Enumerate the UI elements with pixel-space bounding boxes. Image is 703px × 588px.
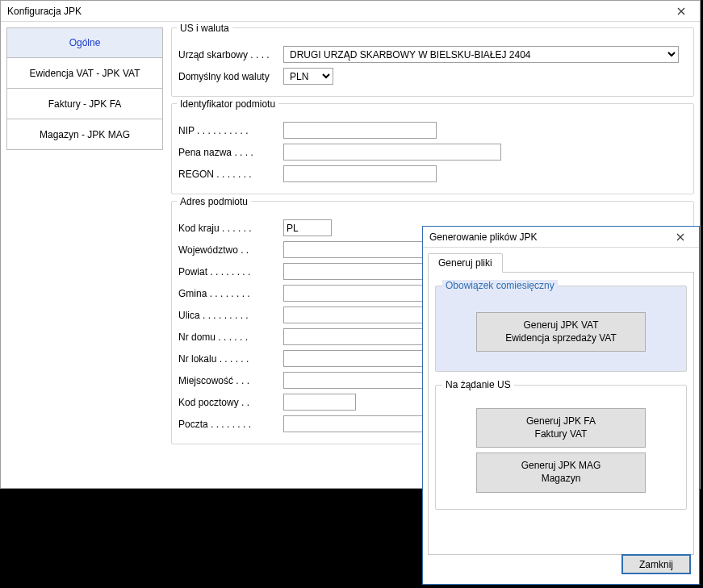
regon-label: REGON . . . . . . . bbox=[178, 169, 283, 180]
nip-input[interactable] bbox=[283, 122, 437, 139]
poczta-label: Poczta . . . . . . . . bbox=[178, 419, 283, 430]
modal-footer: Zamknij bbox=[621, 554, 691, 574]
group-identyfikator: Identyfikator podmiotu NIP . . . . . . .… bbox=[171, 103, 694, 194]
sidebar-item-label: Magazyn - JPK MAG bbox=[40, 129, 130, 140]
modal-title: Generowanie plików JPK bbox=[429, 231, 537, 243]
powiat-input[interactable] bbox=[283, 263, 443, 280]
tab-label: Generuj pliki bbox=[438, 257, 492, 269]
nazwa-input[interactable] bbox=[283, 144, 501, 161]
nrlokalu-label: Nr lokalu . . . . . . bbox=[178, 353, 283, 365]
sidebar-item-label: Faktury - JPK FA bbox=[48, 98, 122, 110]
woj-label: Województwo . . bbox=[178, 244, 283, 256]
ulica-input[interactable] bbox=[283, 307, 443, 323]
nrlokalu-input[interactable] bbox=[283, 350, 443, 367]
group-ondemand: Na żądanie US Generuj JPK FA Faktury VAT… bbox=[435, 385, 687, 509]
kod-input[interactable] bbox=[283, 394, 356, 411]
kraj-label: Kod kraju . . . . . . bbox=[178, 223, 283, 234]
group-legend: Identyfikator podmiotu bbox=[177, 98, 278, 110]
sidebar-item-ewidencja-vat[interactable]: Ewidencja VAT - JPK VAT bbox=[6, 58, 163, 89]
titlebar: Konfiguracja JPK bbox=[1, 1, 700, 22]
woj-input[interactable] bbox=[283, 241, 443, 258]
modal-body: Generuj pliki Obowiązek comiesięczny Gen… bbox=[423, 248, 699, 560]
button-label: Generuj JPK VAT Ewidencja sprzedaży VAT bbox=[505, 319, 617, 344]
button-label: Generuj JPK MAG Magazyn bbox=[521, 460, 601, 484]
zamknij-button[interactable]: Zamknij bbox=[621, 554, 691, 574]
sidebar-item-ogolne[interactable]: Ogólne bbox=[6, 27, 163, 58]
group-legend: Obowiązek comiesięczny bbox=[442, 280, 558, 291]
nrdomu-label: Nr domu . . . . . . bbox=[178, 332, 283, 343]
nazwa-label: Pena nazwa . . . . bbox=[178, 147, 283, 158]
waluta-select[interactable]: PLN bbox=[283, 68, 333, 85]
ulica-label: Ulica . . . . . . . . . bbox=[178, 310, 283, 321]
tab-strip: Generuj pliki bbox=[428, 252, 694, 273]
window-title: Konfiguracja JPK bbox=[7, 6, 82, 17]
modal-titlebar: Generowanie plików JPK bbox=[423, 227, 699, 248]
tab-content: Obowiązek comiesięczny Generuj JPK VAT E… bbox=[428, 273, 694, 555]
miejsc-input[interactable] bbox=[283, 372, 443, 389]
button-label: Generuj JPK FA Faktury VAT bbox=[526, 415, 596, 440]
miejsc-label: Miejscowość . . . bbox=[178, 375, 283, 386]
powiat-label: Powiat . . . . . . . . bbox=[178, 266, 283, 277]
modal-window: Generowanie plików JPK Generuj pliki Obo… bbox=[422, 226, 700, 585]
button-label: Zamknij bbox=[639, 559, 673, 570]
waluta-label: Domyślny kod waluty bbox=[178, 71, 283, 82]
generate-jpk-fa-button[interactable]: Generuj JPK FA Faktury VAT bbox=[476, 408, 646, 448]
sidebar: Ogólne Ewidencja VAT - JPK VAT Faktury -… bbox=[6, 27, 163, 150]
urzad-skarbowy-select[interactable]: DRUGI URZĄD SKARBOWY W BIELSKU-BIAŁEJ 24… bbox=[283, 46, 679, 63]
gmina-input[interactable] bbox=[283, 285, 443, 302]
sidebar-item-magazyn[interactable]: Magazyn - JPK MAG bbox=[6, 119, 163, 150]
sidebar-item-faktury[interactable]: Faktury - JPK FA bbox=[6, 89, 163, 119]
generate-jpk-mag-button[interactable]: Generuj JPK MAG Magazyn bbox=[476, 452, 646, 492]
group-monthly: Obowiązek comiesięczny Generuj JPK VAT E… bbox=[435, 286, 687, 372]
sidebar-item-label: Ewidencja VAT - JPK VAT bbox=[30, 68, 140, 79]
tab-generuj-pliki[interactable]: Generuj pliki bbox=[428, 253, 503, 273]
group-legend: Na żądanie US bbox=[442, 379, 514, 390]
nip-label: NIP . . . . . . . . . . bbox=[178, 125, 283, 136]
gmina-label: Gmina . . . . . . . . bbox=[178, 288, 283, 299]
kod-label: Kod pocztowy . . bbox=[178, 397, 283, 408]
sidebar-item-label: Ogólne bbox=[69, 37, 101, 48]
generate-jpk-vat-button[interactable]: Generuj JPK VAT Ewidencja sprzedaży VAT bbox=[476, 312, 646, 352]
group-legend: US i waluta bbox=[177, 23, 232, 34]
nrdomu-input[interactable] bbox=[283, 328, 443, 345]
regon-input[interactable] bbox=[283, 165, 437, 182]
group-legend: Adres podmiotu bbox=[177, 196, 251, 207]
group-us-waluta: US i waluta Urząd skarbowy . . . . DRUGI… bbox=[171, 27, 694, 97]
close-icon[interactable] bbox=[667, 3, 695, 19]
poczta-input[interactable] bbox=[283, 415, 443, 432]
kraj-input[interactable] bbox=[283, 219, 332, 236]
urzad-skarbowy-label: Urząd skarbowy . . . . bbox=[178, 49, 283, 60]
close-icon[interactable] bbox=[667, 229, 694, 245]
